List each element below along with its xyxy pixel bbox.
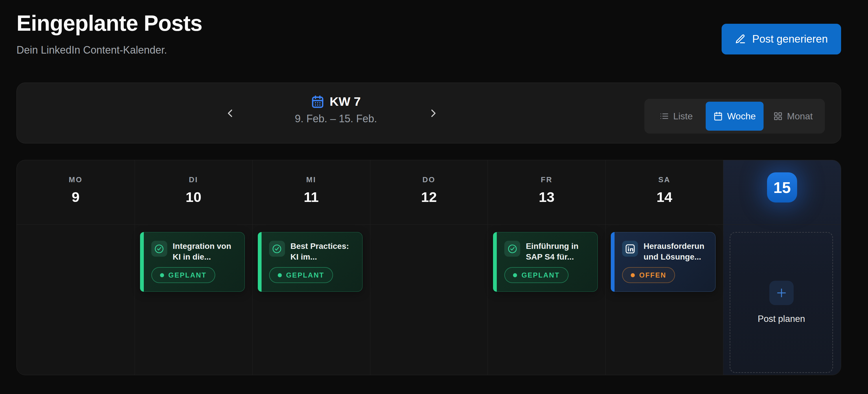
day-number: 9 [72, 189, 80, 205]
check-circle-icon [504, 241, 520, 257]
status-badge: GEPLANT [151, 267, 215, 283]
day-body: Herausforderun und Lösunge... OFFEN [606, 225, 723, 375]
day-column-mi-11: MI 11 Best Practices: KI im... [252, 160, 370, 375]
status-badge: GEPLANT [504, 267, 568, 283]
next-week-button[interactable] [421, 101, 445, 125]
post-title: Herausforderun und Lösunge... [644, 241, 704, 262]
week-label: KW 7 [330, 94, 361, 109]
generate-post-label: Post generieren [752, 33, 828, 45]
generate-post-button[interactable]: Post generieren [722, 24, 841, 54]
day-body: Einführung in SAP S4 für... GEPLANT [488, 225, 605, 375]
week-navigation-bar: KW 7 9. Feb. – 15. Feb. Liste Woche Mona… [17, 83, 841, 143]
day-number: 10 [186, 189, 202, 205]
previous-week-button[interactable] [218, 101, 242, 125]
status-dot-icon [278, 273, 282, 277]
day-column-fr-13: FR 13 Einführung in SAP S4 für... [488, 160, 605, 375]
page-title: Eingeplante Posts [17, 10, 202, 36]
post-title: Einführung in SAP S4 für... [526, 241, 578, 262]
current-week-display: KW 7 9. Feb. – 15. Feb. [295, 94, 377, 125]
page-header: Eingeplante Posts Dein LinkedIn Content-… [17, 0, 841, 83]
view-toggle-month-label: Monat [787, 111, 813, 122]
plus-icon [769, 281, 794, 305]
day-number: 12 [421, 189, 437, 205]
card-accent-stripe [258, 232, 261, 292]
day-body [370, 225, 488, 375]
plan-post-button[interactable]: Post planen [730, 232, 833, 373]
day-header: MO 9 [17, 160, 134, 225]
card-accent-stripe [611, 232, 615, 292]
day-number: 13 [539, 189, 555, 205]
day-body: Post planen [723, 225, 841, 375]
status-dot-icon [631, 273, 635, 277]
post-title: Best Practices: KI im... [290, 241, 349, 262]
day-header: SA 14 [606, 160, 723, 225]
day-column-sa-14: SA 14 Herausforderun und Lösunge... [605, 160, 723, 375]
week-date-range: 9. Feb. – 15. Feb. [295, 113, 377, 125]
day-weekday-label: MI [306, 175, 316, 184]
day-header: 15 [723, 160, 841, 225]
page-subtitle: Dein LinkedIn Content-Kalender. [17, 44, 167, 56]
post-card[interactable]: Einführung in SAP S4 für... GEPLANT [493, 232, 598, 292]
day-body: Integration von KI in die... GEPLANT [135, 225, 252, 375]
day-number: 11 [304, 189, 319, 205]
status-badge: OFFEN [622, 267, 675, 283]
day-weekday-label: MO [69, 175, 83, 184]
day-column-so-15-today: 15 Post planen [723, 160, 841, 375]
day-header: FR 13 [488, 160, 605, 225]
chevron-left-icon [224, 107, 237, 120]
status-badge: GEPLANT [269, 267, 333, 283]
day-header: DO 12 [370, 160, 488, 225]
day-weekday-label: DI [189, 175, 198, 184]
linkedin-icon [622, 241, 638, 257]
day-column-do-12: DO 12 [370, 160, 488, 375]
view-toggle-week-label: Woche [727, 111, 756, 122]
post-card[interactable]: Integration von KI in die... GEPLANT [140, 232, 245, 292]
check-circle-icon [151, 241, 167, 257]
post-card[interactable]: Herausforderun und Lösunge... OFFEN [611, 232, 715, 292]
check-circle-icon [269, 241, 285, 257]
day-body [17, 225, 134, 375]
status-dot-icon [513, 273, 517, 277]
card-accent-stripe [493, 232, 497, 292]
post-title: Integration von KI in die... [173, 241, 231, 262]
chevron-right-icon [427, 107, 440, 120]
grid-icon [773, 112, 783, 121]
day-column-mo-9: MO 9 [17, 160, 134, 375]
post-card[interactable]: Best Practices: KI im... GEPLANT [258, 232, 363, 292]
day-column-di-10: DI 10 Integration von KI in die... [134, 160, 252, 375]
calendar-week-icon [713, 112, 723, 121]
day-weekday-label: SA [658, 175, 671, 184]
day-header: DI 10 [135, 160, 252, 225]
view-toggle-list[interactable]: Liste [647, 102, 705, 131]
pen-icon [735, 34, 746, 45]
day-body: Best Practices: KI im... GEPLANT [253, 225, 370, 375]
day-header: MI 11 [253, 160, 370, 225]
list-icon [660, 112, 669, 121]
plan-post-label: Post planen [758, 314, 805, 324]
view-toggle-list-label: Liste [673, 111, 693, 122]
view-toggle-month[interactable]: Monat [764, 102, 822, 131]
today-date-badge: 15 [767, 172, 797, 202]
view-toggle-group: Liste Woche Monat [644, 99, 825, 134]
day-number: 14 [656, 189, 673, 205]
status-dot-icon [160, 273, 164, 277]
day-weekday-label: DO [423, 175, 435, 184]
week-calendar-grid: MO 9 DI 10 Integration von KI [17, 160, 841, 375]
card-accent-stripe [140, 232, 144, 292]
day-weekday-label: FR [541, 175, 553, 184]
calendar-icon [311, 95, 324, 108]
view-toggle-week[interactable]: Woche [706, 102, 764, 131]
